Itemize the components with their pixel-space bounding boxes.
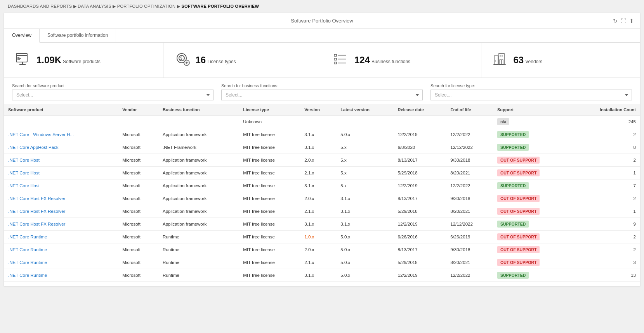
col-license-type: License type (239, 104, 300, 116)
cell-business-function: Application framework (159, 218, 239, 231)
cell-vendor: Microsoft (118, 128, 159, 141)
cell-end-of-life: 12/12/2022 (446, 218, 493, 231)
tab-overview[interactable]: Overview (4, 29, 40, 43)
cell-product[interactable]: .NET Core - Windows Server H... (4, 128, 118, 141)
cell-installation-count: 2 (571, 128, 640, 141)
cell-support: OUT OF SUPPORT (493, 231, 571, 243)
cell-product[interactable]: .NET Core Runtime (4, 256, 118, 269)
cell-latest-version: 5.x (337, 154, 394, 167)
breadcrumb-dashboards[interactable]: DASHBOARDS AND REPORTS (8, 4, 72, 9)
cell-version: 2.1.x (300, 167, 337, 179)
header-actions: ↻ ⛶ ⬆ (613, 18, 634, 24)
table-row: .NET Core - Windows Server H... Microsof… (4, 128, 640, 141)
cell-product[interactable]: .NET Core Host (4, 179, 118, 192)
kpi-business-functions-label: Business functions (371, 59, 410, 64)
cell-product[interactable]: .NET Core Runtime (4, 231, 118, 243)
cell-version: 3.1.x (300, 179, 337, 192)
cell-latest-version: 5.x (337, 141, 394, 154)
cell-latest-version: 3.1.x (337, 218, 394, 231)
search-product-select[interactable]: Select... (12, 90, 214, 100)
cell-release-date: 12/2/2019 (394, 128, 446, 141)
cell-business-function: Application framework (159, 179, 239, 192)
cell-installation-count: 2 (571, 192, 640, 205)
cell-version: 2.0.x (300, 192, 337, 205)
cell-latest-version: 5.0.x (337, 269, 394, 282)
expand-icon[interactable]: ⛶ (621, 18, 626, 24)
kpi-license-types: $ 16 License types (163, 43, 323, 78)
export-icon[interactable]: ⬆ (629, 18, 634, 24)
search-product-group: Search for software product: Select... (12, 83, 214, 100)
cell-installation-count: 13 (571, 269, 640, 282)
page-header: Software Portfolio Overview ↻ ⛶ ⬆ (4, 13, 640, 29)
cell-installation-count: 2 (571, 243, 640, 256)
cell-end-of-life: 9/30/2018 (446, 243, 493, 256)
breadcrumb-sep1-icon: ▶ (73, 4, 76, 9)
cell-support: OUT OF SUPPORT (493, 192, 571, 205)
svg-rect-1 (16, 53, 27, 55)
cell-release-date: 8/13/2017 (394, 243, 446, 256)
cell-product[interactable]: .NET Core Runtime (4, 269, 118, 282)
table-row: .NET Core Runtime Microsoft Runtime MIT … (4, 269, 640, 282)
kpi-license-types-number: 16 (196, 55, 206, 66)
col-release-date: Release date (394, 104, 446, 116)
cell-installation-count: 2 (571, 154, 640, 167)
software-products-icon (14, 50, 31, 70)
svg-rect-15 (334, 62, 337, 64)
cell-vendor: Microsoft (118, 231, 159, 243)
cell-end-of-life: 8/20/2021 (446, 256, 493, 269)
svg-rect-23 (502, 60, 503, 64)
cell-license-type: MIT free license (239, 154, 300, 167)
cell-latest-version (337, 116, 394, 128)
tab-portfolio-info[interactable]: Software portfolio information (40, 29, 116, 42)
cell-product[interactable]: .NET Core Host FX Resolver (4, 205, 118, 218)
cell-business-function: Runtime (159, 231, 239, 243)
cell-version (300, 116, 337, 128)
search-license-select[interactable]: Select... (430, 90, 632, 100)
cell-license-type: MIT free license (239, 141, 300, 154)
cell-latest-version: 5.0.x (337, 256, 394, 269)
cell-product[interactable]: .NET Core Host FX Resolver (4, 192, 118, 205)
breadcrumb-sep3: ▶ (177, 4, 182, 9)
col-version: Version (300, 104, 337, 116)
search-business-group: Search for business functions: Select... (221, 83, 423, 100)
cell-release-date (394, 116, 446, 128)
cell-product[interactable]: .NET Core AppHost Pack (4, 141, 118, 154)
cell-end-of-life (446, 116, 493, 128)
kpi-license-types-text: 16 License types (196, 55, 236, 66)
cell-release-date: 5/29/2018 (394, 205, 446, 218)
cell-business-function: Application framework (159, 154, 239, 167)
cell-license-type: MIT free license (239, 167, 300, 179)
cell-latest-version: 5.0.x (337, 128, 394, 141)
cell-product[interactable]: .NET Core Runtime (4, 243, 118, 256)
search-license-group: Search for license type: Select... (430, 83, 632, 100)
search-business-select[interactable]: Select... (221, 90, 423, 100)
cell-installation-count: 1 (571, 167, 640, 179)
cell-release-date: 5/29/2018 (394, 256, 446, 269)
cell-support: SUPPORTED (493, 269, 571, 282)
breadcrumb-step2-label[interactable]: PORTFOLIO OPTIMIZATION (117, 4, 175, 9)
cell-latest-version: 5.x (337, 167, 394, 179)
table-row: .NET Core AppHost Pack Microsoft .NET Fr… (4, 141, 640, 154)
table-row: .NET Core Host FX Resolver Microsoft App… (4, 218, 640, 231)
breadcrumb-step1-label[interactable]: DATA ANALYSIS (78, 4, 111, 9)
cell-vendor: Microsoft (118, 218, 159, 231)
breadcrumb: DASHBOARDS AND REPORTS ▶ DATA ANALYSIS ▶… (0, 0, 644, 13)
kpi-business-functions-number: 124 (354, 55, 370, 66)
kpi-business-functions: 124 Business functions (322, 43, 481, 78)
kpi-software-products-text: 1.09K Software products (36, 55, 101, 66)
cell-version: 2.1.x (300, 205, 337, 218)
cell-product[interactable]: .NET Core Host FX Resolver (4, 218, 118, 231)
refresh-icon[interactable]: ↻ (613, 18, 618, 24)
cell-product[interactable]: .NET Core Host (4, 167, 118, 179)
kpi-software-products-label: Software products (63, 59, 101, 64)
cell-release-date: 8/13/2017 (394, 154, 446, 167)
cell-vendor: Microsoft (118, 154, 159, 167)
cell-product[interactable]: .NET Core Host (4, 154, 118, 167)
col-end-of-life: End of life (446, 104, 493, 116)
table-row: .NET Core Host Microsoft Application fra… (4, 154, 640, 167)
kpi-business-functions-text: 124 Business functions (354, 55, 410, 66)
cell-installation-count: 2 (571, 231, 640, 243)
page-title: Software Portfolio Overview (291, 18, 353, 24)
cell-end-of-life: 8/20/2021 (446, 205, 493, 218)
cell-version: 1.0.x (300, 231, 337, 243)
